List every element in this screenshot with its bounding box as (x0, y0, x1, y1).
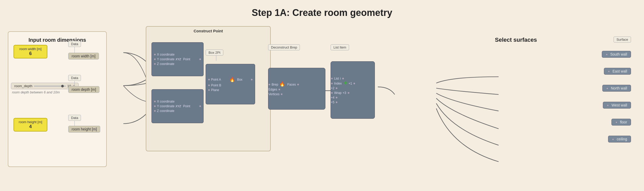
wrap-label: Wrap (334, 91, 341, 95)
y-port-lower (154, 105, 156, 107)
west-wall-port (607, 104, 609, 106)
box-out-label: Box (237, 78, 243, 81)
plus3-port (348, 92, 350, 94)
room-height-node[interactable]: room height [m] 4 (14, 118, 47, 132)
vertices-port (281, 93, 283, 95)
list-in-port (331, 77, 333, 80)
data-tag-width: Data (68, 41, 81, 47)
x-port-lower (154, 100, 156, 103)
z-label-upper: Z coordinate (157, 62, 174, 66)
construct-point-title: Construct Point (146, 27, 270, 35)
floor-label: floor (620, 120, 627, 124)
room-width-label: room width [m] (18, 47, 43, 51)
east-wall-label: East wall (613, 69, 627, 73)
pointb-label: Point B (211, 83, 221, 87)
south-wall-label: South wall (610, 52, 627, 56)
list-in-label: List (334, 77, 339, 80)
box2pt-tag: Box 2Pt (206, 50, 223, 56)
i-port (342, 77, 344, 80)
north-wall-label: North wall (611, 86, 627, 90)
south-wall-node: South wall (602, 51, 631, 58)
page-title: Step 1A: Create room geometry (0, 0, 644, 23)
west-wall-label: West wall (611, 103, 627, 107)
input-panel-title: Input room dimensions (12, 37, 102, 43)
floor-node: floor (611, 119, 631, 126)
box-fire-icon: 🔥 (229, 77, 235, 82)
i-label: i (340, 77, 341, 80)
point-out-port-lower (199, 105, 201, 107)
plane-port (208, 89, 210, 91)
x-port-upper (154, 53, 156, 56)
west-wall-node: West wall (603, 102, 631, 109)
plus1-label: +1 (349, 82, 352, 85)
point-out-port-upper (199, 58, 201, 60)
green-plus-icon: ✚ (344, 81, 347, 85)
box-out-port (251, 79, 253, 81)
xyz-icon-upper: XYZ (175, 58, 181, 61)
deconstructbrep-block: Brep 🔥 Faces Edges Vertices (268, 68, 325, 110)
surfaces-title: Select surfaces (393, 37, 639, 43)
deconstructbrep-tag-container: Deconstruct Brep (268, 44, 300, 50)
pointb-port (208, 84, 210, 86)
data-tag-height: Data (68, 115, 81, 121)
room-height-value: 4 (18, 124, 43, 129)
relay-width: room width [m] (68, 53, 99, 59)
plus2-label: +2 (331, 86, 334, 90)
relay-depth: room depth [m] (68, 86, 99, 93)
box2pt-block: Point A 🔥 Box Point B Plane (206, 64, 255, 104)
edges-port (278, 88, 280, 91)
brep-in-label: Brep (272, 83, 278, 86)
north-wall-port (606, 87, 608, 89)
brep-fire-icon: 🔥 (279, 81, 285, 87)
listitem-tag: List Item (331, 44, 349, 50)
select-surfaces-area: Select surfaces Surface South wall East … (393, 37, 639, 186)
floor-port (615, 121, 617, 123)
ceiling-node: ceiling (608, 136, 631, 142)
input-panel: Input room dimensions room width [m] 6 D… (8, 31, 107, 167)
box2pt-tag-container: Box 2Pt (206, 50, 223, 61)
point-out-lower: Point (183, 104, 190, 108)
z-port-upper (154, 63, 156, 65)
south-wall-port (606, 53, 608, 56)
brep-in-port (268, 83, 270, 86)
plus3-label: +3 (343, 91, 346, 95)
construct-point-upper: X coordinate Y coordinate XYZ Point Z co… (151, 42, 204, 76)
x-label-upper: X coordinate (157, 53, 174, 56)
x-label-lower: X coordinate (157, 100, 174, 103)
index-in-port (331, 82, 333, 85)
xyz-icon-lower: XYZ (175, 105, 181, 108)
data-tag-depth: Data (68, 75, 81, 81)
z-label-lower: Z coordinate (157, 109, 174, 113)
pointa-label: Point A (211, 78, 221, 81)
index-label: Index (334, 82, 342, 85)
north-wall-node: North wall (602, 85, 631, 92)
y-label-upper: Y coordinate (157, 57, 174, 61)
vertices-label: Vertices (268, 92, 280, 96)
room-width-node[interactable]: room width [m] 6 (14, 45, 47, 58)
relay-height: room height [m] (68, 126, 100, 133)
plus2-port (336, 87, 338, 89)
z-port-lower (154, 110, 156, 112)
plus4-label: +4 (331, 96, 334, 99)
plus5-label: +5 (331, 100, 334, 104)
pointa-port (208, 79, 210, 81)
faces-label: Faces (287, 83, 296, 86)
plus4-port (336, 97, 338, 99)
listitem-block: List i Index ✚ +1 +2 Wrap +3 +4 +5 (331, 61, 375, 119)
room-height-label: room height [m] (18, 120, 43, 124)
surface-tag: Surface (614, 37, 631, 43)
ceiling-port (612, 138, 614, 140)
y-port-upper (154, 58, 156, 60)
edges-label: Edges (268, 88, 277, 91)
faces-port (297, 83, 299, 86)
depth-name: room_depth (14, 84, 32, 88)
plane-label: Plane (211, 88, 219, 92)
surface-tag-container: Surface (614, 37, 631, 43)
plus1-port (353, 82, 355, 85)
construct-point-lower: X coordinate Y coordinate XYZ Point Z co… (151, 89, 204, 123)
east-wall-port (608, 70, 610, 73)
east-wall-node: East wall (604, 68, 631, 75)
listitem-tag-container: List Item (331, 44, 349, 50)
ceiling-label: ceiling (617, 137, 627, 141)
plus5-port (336, 101, 338, 103)
